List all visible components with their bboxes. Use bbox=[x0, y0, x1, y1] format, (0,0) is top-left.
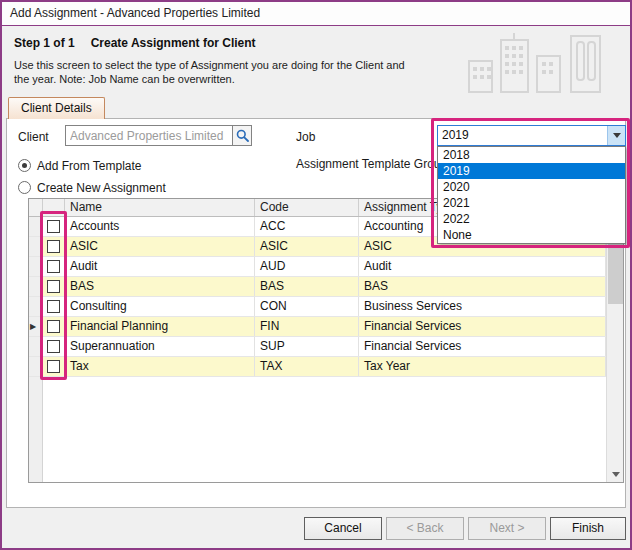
buildings-graphic bbox=[466, 31, 616, 93]
radio-label: Add From Template bbox=[37, 159, 142, 173]
scroll-down-button[interactable] bbox=[607, 466, 624, 482]
radio-add-from-template[interactable]: Add From Template bbox=[18, 158, 142, 173]
table-row-current[interactable]: ▶ Financial Planning FIN Financial Servi… bbox=[29, 317, 606, 337]
cell-type: Financial Services bbox=[359, 317, 606, 336]
dropdown-option[interactable]: 2018 bbox=[438, 147, 625, 163]
client-label: Client bbox=[18, 130, 49, 144]
cell-code: AUD bbox=[255, 257, 359, 276]
client-input[interactable] bbox=[66, 126, 232, 145]
dropdown-option[interactable]: 2021 bbox=[438, 195, 625, 211]
row-checkbox[interactable] bbox=[47, 340, 60, 353]
assignment-template-group-label: Assignment Template Group bbox=[296, 157, 447, 171]
tab-label: Client Details bbox=[21, 101, 92, 115]
row-checkbox-cell bbox=[43, 337, 65, 356]
dropdown-option[interactable]: 2020 bbox=[438, 179, 625, 195]
cell-type: Business Services bbox=[359, 297, 606, 316]
radio-button-selected[interactable] bbox=[18, 159, 31, 172]
cell-name: Accounts bbox=[65, 217, 255, 236]
window-title: Add Assignment - Advanced Properties Lim… bbox=[10, 6, 260, 20]
cell-code: ACC bbox=[255, 217, 359, 236]
dropdown-option[interactable]: 2022 bbox=[438, 211, 625, 227]
search-icon bbox=[236, 129, 249, 142]
cell-name: Superannuation bbox=[65, 337, 255, 356]
page-title: Create Assignment for Client bbox=[91, 36, 256, 50]
row-checkbox[interactable] bbox=[47, 260, 60, 273]
client-search-button[interactable] bbox=[232, 126, 251, 145]
row-selector-cell bbox=[29, 237, 43, 256]
cell-name: ASIC bbox=[65, 237, 255, 256]
cell-type: Tax Year bbox=[359, 357, 606, 376]
step-heading: Step 1 of 1Create Assignment for Client bbox=[14, 36, 256, 50]
back-button: < Back bbox=[386, 517, 464, 540]
dropdown-option-selected[interactable]: 2019 bbox=[438, 163, 625, 179]
radio-button-unselected[interactable] bbox=[18, 181, 31, 194]
cell-name: Consulting bbox=[65, 297, 255, 316]
cell-code: ASIC bbox=[255, 237, 359, 256]
cell-code: CON bbox=[255, 297, 359, 316]
row-checkbox[interactable] bbox=[47, 220, 60, 233]
cell-type: BAS bbox=[359, 277, 606, 296]
cell-code: SUP bbox=[255, 337, 359, 356]
cell-name: Tax bbox=[65, 357, 255, 376]
cell-name: BAS bbox=[65, 277, 255, 296]
wizard-header: Step 1 of 1Create Assignment for Client … bbox=[2, 27, 630, 97]
row-checkbox[interactable] bbox=[47, 360, 60, 373]
radio-label: Create New Assignment bbox=[37, 181, 166, 195]
table-row[interactable]: BAS BAS BAS bbox=[29, 277, 606, 297]
row-selector-cell bbox=[29, 297, 43, 316]
chevron-down-icon bbox=[613, 133, 621, 138]
row-selector-cell: ▶ bbox=[29, 317, 43, 336]
current-row-arrow-icon: ▶ bbox=[30, 323, 36, 331]
cell-name: Financial Planning bbox=[65, 317, 255, 336]
row-checkbox[interactable] bbox=[47, 300, 60, 313]
row-selector-cell bbox=[29, 217, 43, 236]
job-label: Job bbox=[296, 130, 315, 144]
cell-code: BAS bbox=[255, 277, 359, 296]
row-checkbox[interactable] bbox=[47, 320, 60, 333]
arrow-down-icon bbox=[612, 472, 620, 477]
row-checkbox-cell bbox=[43, 217, 65, 236]
checkbox-header-cell bbox=[43, 199, 65, 216]
add-assignment-dialog: Add Assignment - Advanced Properties Lim… bbox=[0, 0, 632, 550]
job-selected-value: 2019 bbox=[442, 127, 469, 144]
description-text: Use this screen to select the type of As… bbox=[14, 58, 405, 86]
job-dropdown-list: 2018 2019 2020 2021 2022 None bbox=[437, 146, 626, 244]
step-label: Step 1 of 1 bbox=[14, 36, 75, 50]
job-combobox[interactable]: 2019 bbox=[437, 125, 626, 146]
row-checkbox[interactable] bbox=[47, 240, 60, 253]
job-dropdown-button[interactable] bbox=[607, 126, 625, 145]
client-field-group bbox=[65, 125, 252, 146]
row-selector-cell bbox=[29, 337, 43, 356]
tab-client-details[interactable]: Client Details bbox=[8, 97, 105, 119]
row-selector-cell bbox=[29, 277, 43, 296]
description-line-1: Use this screen to select the type of As… bbox=[14, 58, 405, 72]
row-checkbox-cell bbox=[43, 357, 65, 376]
dropdown-option[interactable]: None bbox=[438, 227, 625, 243]
cell-code: FIN bbox=[255, 317, 359, 336]
description-line-2: the year. Note: Job Name can be overwrit… bbox=[14, 72, 405, 86]
cell-type: Financial Services bbox=[359, 337, 606, 356]
cell-name: Audit bbox=[65, 257, 255, 276]
cell-code: TAX bbox=[255, 357, 359, 376]
row-checkbox-cell bbox=[43, 317, 65, 336]
row-selector-cell bbox=[29, 257, 43, 276]
row-checkbox-cell bbox=[43, 297, 65, 316]
column-header-name[interactable]: Name bbox=[65, 199, 255, 216]
table-row[interactable]: Consulting CON Business Services bbox=[29, 297, 606, 317]
cell-type: Audit bbox=[359, 257, 606, 276]
row-checkbox-cell bbox=[43, 277, 65, 296]
row-checkbox[interactable] bbox=[47, 280, 60, 293]
finish-button[interactable]: Finish bbox=[550, 517, 626, 540]
table-row[interactable]: Superannuation SUP Financial Services bbox=[29, 337, 606, 357]
row-checkbox-cell bbox=[43, 237, 65, 256]
radio-dot bbox=[22, 163, 27, 168]
cancel-button[interactable]: Cancel bbox=[304, 517, 382, 540]
radio-create-new-assignment[interactable]: Create New Assignment bbox=[18, 180, 166, 195]
table-row[interactable]: Audit AUD Audit bbox=[29, 257, 606, 277]
corner-header-cell bbox=[29, 199, 43, 216]
column-header-code[interactable]: Code bbox=[255, 199, 359, 216]
row-selector-cell bbox=[29, 357, 43, 376]
row-checkbox-cell bbox=[43, 257, 65, 276]
table-row[interactable]: Tax TAX Tax Year bbox=[29, 357, 606, 377]
title-bar: Add Assignment - Advanced Properties Lim… bbox=[2, 2, 630, 26]
